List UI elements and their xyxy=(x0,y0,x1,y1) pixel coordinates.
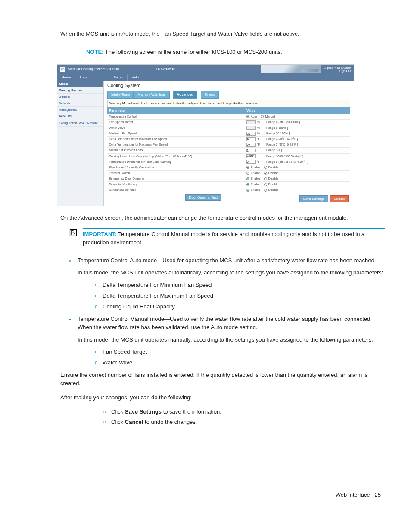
unit-label: °F xyxy=(257,160,263,164)
ss-tab-logs[interactable]: Logs xyxy=(75,74,92,81)
radio-disable[interactable] xyxy=(264,177,267,180)
param-label: Temperature Control xyxy=(107,114,245,119)
value-input xyxy=(246,126,256,130)
value-cell: [ Range 1-4 ] xyxy=(245,148,350,153)
ss-splash-graphic xyxy=(261,65,321,73)
param-label: Condensation Pump xyxy=(107,187,245,193)
radio-enable[interactable] xyxy=(246,189,249,192)
radio-disable[interactable] xyxy=(264,189,267,192)
ss-tab2-timers[interactable]: Timers xyxy=(201,91,219,99)
ss-signout-link[interactable]: Sign Out xyxy=(339,69,351,72)
ss-side-cooling[interactable]: Cooling System xyxy=(57,87,103,94)
bullet-auto-mode: Temperature Control Auto mode—Used for o… xyxy=(69,257,385,311)
param-label: Number of Installed Fans xyxy=(107,148,245,153)
ss-side-network[interactable]: Network xyxy=(57,100,103,107)
important-block: IMPORTANT: Temperature Control Manual mo… xyxy=(26,228,385,249)
ss-tab2-intake[interactable]: Intake Temp xyxy=(107,91,134,99)
value-cell: °F[ Range 3-40°C, 6-72°F ] xyxy=(245,142,350,147)
param-label: Water Valve xyxy=(107,125,245,131)
table-row: Temperature ControlAutoManual xyxy=(107,114,350,120)
footer-page: 25 xyxy=(375,492,381,498)
table-row: Minimum Fan Speed%[ Range 20-100% ] xyxy=(107,131,350,137)
unit-label: % xyxy=(257,126,263,130)
ss-side-general[interactable]: General xyxy=(57,94,103,100)
ss-tab2-advanced[interactable]: Advanced xyxy=(173,91,197,99)
param-label: Delta Temperature for Maximum Fan Speed xyxy=(107,142,245,147)
ss-tab-help[interactable]: Help xyxy=(127,74,143,81)
value-input[interactable] xyxy=(246,160,256,164)
range-label: [ Range 3-40°C, 6-72°F ] xyxy=(265,143,298,147)
note-text: The following screen is the same for eit… xyxy=(105,49,282,55)
table-row: Dewpoint MonitoringEnableDisable xyxy=(107,182,350,187)
radio-label: Disable xyxy=(268,182,278,187)
param-label: Dewpoint Monitoring xyxy=(107,182,245,187)
radio-disable[interactable] xyxy=(264,166,267,169)
ss-tab2-alarms[interactable]: Alarms / Warnings xyxy=(134,91,169,99)
radio-disable[interactable] xyxy=(264,172,267,175)
value-input[interactable] xyxy=(246,132,256,136)
value-cell: AutoManual xyxy=(245,114,350,119)
ss-tab-setup[interactable]: Setup xyxy=(109,74,127,81)
radio-label: Enable xyxy=(251,177,260,181)
unit-label: °F xyxy=(257,143,263,147)
radio-label: Disable xyxy=(268,171,278,175)
radio-enable[interactable] xyxy=(246,177,249,180)
unit-label: °F xyxy=(257,137,263,141)
after-sublist: Click Save Settings to save the informat… xyxy=(26,408,385,427)
value-input[interactable] xyxy=(246,143,256,147)
radio-enable[interactable] xyxy=(246,172,249,175)
value-cell: EnableDisable xyxy=(245,165,350,170)
ss-tab-home[interactable]: Home xyxy=(57,74,75,81)
table-row: Water Valve%[ Range 0-100% ] xyxy=(107,125,350,131)
ss-table-body: Temperature ControlAutoManualFan Speed T… xyxy=(107,114,350,193)
range-label: [ Range 0-100% ] xyxy=(265,126,288,130)
radio-label: Disable xyxy=(268,188,278,192)
door-opening-test-button[interactable]: Door Opening Test xyxy=(185,194,222,201)
radio-manual[interactable] xyxy=(261,115,264,118)
radio-disable[interactable] xyxy=(264,183,267,186)
note-label: NOTE: xyxy=(86,49,103,55)
save-settings-button[interactable]: Save Settings xyxy=(299,195,328,203)
ss-table-header: Parameter Value xyxy=(107,107,350,114)
table-row: Transfer SwitchEnableDisable xyxy=(107,171,350,176)
table-row: Fan Speed Target%[ Range 0 (off) / 20-10… xyxy=(107,120,350,125)
radio-enable[interactable] xyxy=(246,183,249,186)
unit-label: % xyxy=(257,131,263,136)
table-row: Number of Installed Fans[ Range 1-4 ] xyxy=(107,148,350,153)
note-line: NOTE: The following screen is the same f… xyxy=(26,48,385,56)
b1-sub-2: Cooling Liquid Heat Capacity xyxy=(95,303,385,311)
after-sub-save: Click Save Settings to save the informat… xyxy=(103,408,385,416)
ss-side-accounts[interactable]: Accounts xyxy=(57,113,103,120)
ss-signed-as: Signed in as : Admin xyxy=(324,66,351,69)
ss-side-config[interactable]: Configuration Save / Restore xyxy=(57,120,103,127)
value-cell: EnableDisable xyxy=(245,171,350,176)
value-cell: %[ Range 20-100% ] xyxy=(245,131,350,136)
range-label: [ Range 1000-9999 Ws/kgK ] xyxy=(265,154,303,159)
bullet2-lead: Temperature Control Manual mode—Used to … xyxy=(78,315,385,332)
cancel-button[interactable]: Cancel xyxy=(330,195,349,203)
bullet1-p2: In this mode, the MCS unit operates auto… xyxy=(78,269,385,277)
value-input[interactable] xyxy=(246,149,256,152)
value-cell: EnableDisable xyxy=(245,187,350,193)
important-label: IMPORTANT: xyxy=(83,231,117,237)
intro-paragraph: When the MCS unit is in Auto mode, the F… xyxy=(26,30,385,38)
hp-logo: hp xyxy=(60,67,65,72)
ss-main: Cooling System Intake Temp Alarms / Warn… xyxy=(104,81,354,206)
radio-auto[interactable] xyxy=(246,115,249,118)
radio-enable[interactable] xyxy=(246,166,249,169)
param-label: Flow Meter / Capacity Calculation xyxy=(107,165,245,170)
range-label: [ Range 0 (off) / 20-100% ] xyxy=(265,120,300,124)
para-advanced: On the Advanced screen, the administrato… xyxy=(26,214,385,222)
after-sub-cancel: Click Cancel to undo the changes. xyxy=(103,418,385,426)
footer-label: Web interface xyxy=(336,492,370,498)
param-label: Minimum Fan Speed xyxy=(107,131,245,136)
ss-th-param: Parameter xyxy=(107,107,245,114)
ss-warning: Warning: Manual control is for service a… xyxy=(107,100,350,107)
unit-label: % xyxy=(257,120,263,124)
value-input xyxy=(246,120,256,124)
ss-secondary-tabs: Intake Temp Alarms / Warnings Advanced T… xyxy=(107,91,350,99)
value-cell: EnableDisable xyxy=(245,176,350,181)
value-input[interactable] xyxy=(246,137,256,141)
value-input[interactable] xyxy=(246,154,256,158)
ss-side-management[interactable]: Management xyxy=(57,107,103,113)
